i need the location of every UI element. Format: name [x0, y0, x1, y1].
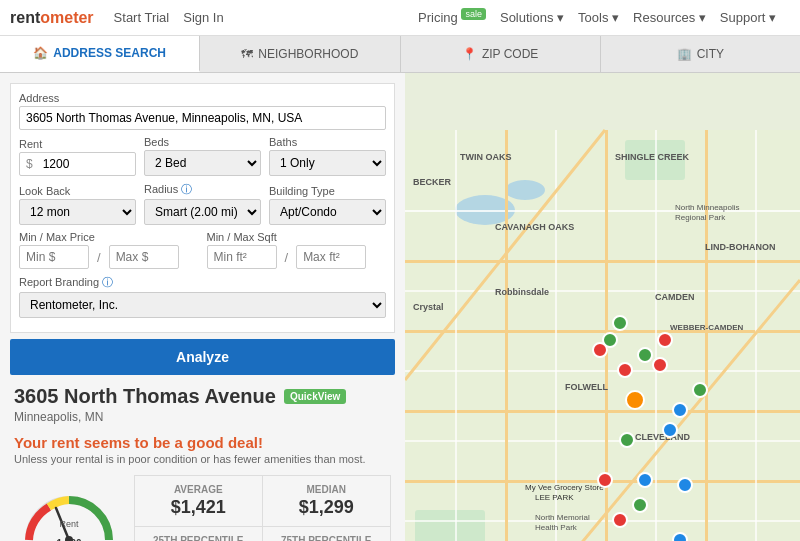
svg-point-66 — [626, 391, 644, 409]
nav-start-trial[interactable]: Start Trial — [114, 10, 170, 25]
max-sqft-input[interactable] — [296, 245, 366, 269]
quickview-badge[interactable]: QuickView — [284, 389, 346, 404]
tab-neighborhood[interactable]: 🗺 NEIGHBORHOOD — [200, 36, 400, 72]
price-sqft-row: Min / Max Price / Min / Max Sqft / — [19, 231, 386, 269]
price-slash: / — [97, 250, 101, 265]
svg-rect-20 — [505, 130, 508, 541]
lookback-select[interactable]: 3 mon 6 mon 12 mon 24 mon — [19, 199, 136, 225]
home-icon: 🏠 — [33, 46, 48, 60]
svg-text:Crystal: Crystal — [413, 302, 444, 312]
radius-label: Radius ⓘ — [144, 182, 261, 197]
svg-point-63 — [678, 478, 692, 492]
svg-point-52 — [633, 498, 647, 512]
stat-average: AVERAGE $1,421 — [135, 476, 263, 527]
svg-text:SHINGLE CREEK: SHINGLE CREEK — [615, 152, 690, 162]
building-group: Building Type All Apt/Condo House Townho… — [269, 185, 386, 225]
svg-text:CAMDEN: CAMDEN — [655, 292, 695, 302]
baths-select[interactable]: Any 1 Only 1.5+ 2 Only 2.5+ — [269, 150, 386, 176]
stat-25th: 25TH PERCENTILE $1,222 — [135, 527, 263, 541]
baths-group: Baths Any 1 Only 1.5+ 2 Only 2.5+ — [269, 136, 386, 176]
svg-point-57 — [658, 333, 672, 347]
svg-text:WEBBER-CAMDEN: WEBBER-CAMDEN — [670, 323, 744, 332]
max-price-input[interactable] — [109, 245, 179, 269]
rent-label: Rent — [19, 138, 136, 150]
min-price-input[interactable] — [19, 245, 89, 269]
svg-rect-22 — [705, 130, 708, 541]
building-select[interactable]: All Apt/Condo House Townhouse — [269, 199, 386, 225]
good-deal-sub: Unless your rental is in poor condition … — [14, 453, 391, 465]
svg-text:Robbinsdale: Robbinsdale — [495, 287, 549, 297]
search-tabs: 🏠 ADDRESS SEARCH 🗺 NEIGHBORHOOD 📍 ZIP CO… — [0, 36, 800, 73]
nav-sign-in[interactable]: Sign In — [183, 10, 223, 25]
branding-select[interactable]: Rentometer, Inc. — [19, 292, 386, 318]
address-row: Address — [19, 92, 386, 130]
rent-input[interactable] — [39, 153, 119, 175]
building-icon: 🏢 — [677, 47, 692, 61]
nav-tools[interactable]: Tools ▾ — [578, 10, 619, 25]
stat-75th: 75TH PERCENTILE $1,620 — [263, 527, 391, 541]
nav-resources[interactable]: Resources ▾ — [633, 10, 706, 25]
svg-point-58 — [598, 473, 612, 487]
radius-select[interactable]: 0.25 mi 0.50 mi 1.00 mi 2.00 mi Smart (2… — [144, 199, 261, 225]
analyze-button[interactable]: Analyze — [10, 339, 395, 375]
address-group: Address — [19, 92, 386, 130]
nav-pricing[interactable]: Pricing sale — [418, 9, 486, 25]
tab-address[interactable]: 🏠 ADDRESS SEARCH — [0, 36, 200, 72]
address-input[interactable] — [19, 106, 386, 130]
brand-logo[interactable]: rentometer — [10, 9, 94, 27]
svg-point-62 — [638, 473, 652, 487]
svg-point-51 — [693, 383, 707, 397]
lookback-group: Look Back 3 mon 6 mon 12 mon 24 mon — [19, 185, 136, 225]
branding-help-icon[interactable]: ⓘ — [102, 276, 113, 288]
map-svg: BECKER TWIN OAKS CAVANAGH OAKS SHINGLE C… — [405, 73, 800, 541]
svg-point-59 — [613, 513, 627, 527]
svg-point-54 — [593, 343, 607, 357]
svg-text:BECKER: BECKER — [413, 177, 452, 187]
svg-point-48 — [613, 316, 627, 330]
stats-row: Rent 1,200 AVERAGE $1,421 MEDIAN $1,299 — [14, 475, 391, 541]
tab-city[interactable]: 🏢 CITY — [601, 36, 800, 72]
results-section: 3605 North Thomas Avenue QuickView Minne… — [10, 385, 395, 541]
svg-point-50 — [638, 348, 652, 362]
svg-text:Rent: Rent — [59, 519, 79, 529]
navigation: rentometer Start Trial Sign In Pricing s… — [0, 0, 800, 36]
svg-point-56 — [653, 358, 667, 372]
svg-text:FOLWELL: FOLWELL — [565, 382, 608, 392]
gauge-container: Rent 1,200 — [14, 475, 134, 541]
svg-text:LIND-BOHANON: LIND-BOHANON — [705, 242, 776, 252]
svg-text:CLEVELAND: CLEVELAND — [635, 432, 691, 442]
sqft-slash: / — [285, 250, 289, 265]
map-panel: BECKER TWIN OAKS CAVANAGH OAKS SHINGLE C… — [405, 73, 800, 541]
result-address: 3605 North Thomas Avenue QuickView — [14, 385, 391, 408]
pricing-badge: sale — [461, 8, 486, 20]
beds-group: Beds Studio 1 Bed 2 Bed 3 Bed 4 Bed 5 Be… — [144, 136, 261, 176]
baths-label: Baths — [269, 136, 386, 148]
beds-select[interactable]: Studio 1 Bed 2 Bed 3 Bed 4 Bed 5 Bed — [144, 150, 261, 176]
svg-rect-8 — [415, 510, 485, 541]
map-icon: 🗺 — [241, 47, 253, 61]
main-layout: Address Rent $ Beds Studio 1 B — [0, 73, 800, 541]
rent-group: Rent $ — [19, 138, 136, 176]
address-label: Address — [19, 92, 386, 104]
tab-zipcode[interactable]: 📍 ZIP CODE — [401, 36, 601, 72]
nav-support[interactable]: Support ▾ — [720, 10, 776, 25]
svg-point-6 — [505, 180, 545, 200]
price-range-label: Min / Max Price — [19, 231, 199, 243]
svg-rect-17 — [405, 440, 800, 442]
search-form: Address Rent $ Beds Studio 1 B — [10, 83, 395, 333]
sqft-range-label: Min / Max Sqft — [207, 231, 387, 243]
branding-label: Report Branding ⓘ — [19, 275, 386, 290]
beds-label: Beds — [144, 136, 261, 148]
map-container[interactable]: BECKER TWIN OAKS CAVANAGH OAKS SHINGLE C… — [405, 73, 800, 541]
sqft-range-group: Min / Max Sqft / — [207, 231, 387, 269]
radius-group: Radius ⓘ 0.25 mi 0.50 mi 1.00 mi 2.00 mi… — [144, 182, 261, 225]
nav-solutions[interactable]: Solutions ▾ — [500, 10, 564, 25]
svg-text:LEE PARK: LEE PARK — [535, 493, 574, 502]
lookback-radius-building-row: Look Back 3 mon 6 mon 12 mon 24 mon Radi… — [19, 182, 386, 225]
svg-rect-14 — [405, 210, 800, 212]
svg-text:North Memorial: North Memorial — [535, 513, 590, 522]
min-sqft-input[interactable] — [207, 245, 277, 269]
gauge-svg: Rent 1,200 — [14, 475, 124, 541]
svg-point-65 — [673, 533, 687, 541]
radius-help-icon[interactable]: ⓘ — [181, 183, 192, 195]
